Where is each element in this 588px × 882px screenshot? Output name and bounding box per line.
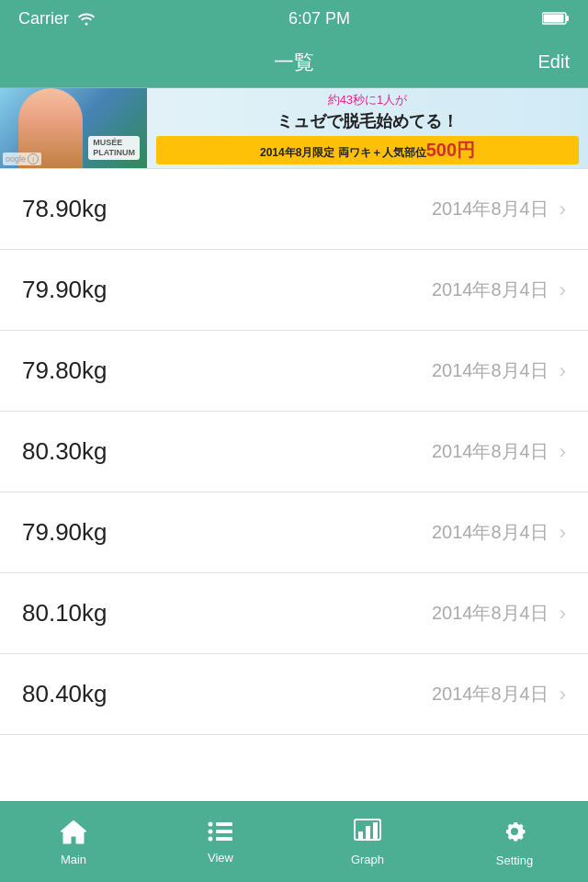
tab-main[interactable]: Main: [0, 802, 147, 882]
chevron-right-icon: ›: [560, 602, 566, 626]
ad-text: 約43秒に1人が ミュゼで脱毛始めてる！ 2014年8月限定 両ワキ＋人気部位5…: [147, 88, 588, 169]
tab-view-label: View: [208, 851, 233, 865]
svg-rect-1: [544, 15, 564, 23]
weight-value: 79.90kg: [22, 518, 107, 547]
tab-setting[interactable]: Setting: [441, 802, 588, 882]
status-bar-time: 6:07 PM: [288, 9, 350, 28]
item-right: 2014年8月4日 ›: [432, 277, 566, 302]
ad-price: 500円: [426, 140, 475, 160]
list-item[interactable]: 80.10kg 2014年8月4日 ›: [0, 573, 588, 654]
date-value: 2014年8月4日: [432, 277, 548, 302]
list-item[interactable]: 78.90kg 2014年8月4日 ›: [0, 169, 588, 250]
list-item[interactable]: 79.90kg 2014年8月4日 ›: [0, 250, 588, 331]
tab-main-label: Main: [61, 853, 86, 866]
house-icon: [59, 819, 88, 849]
status-bar-left: Carrier: [18, 9, 96, 28]
svg-marker-3: [61, 820, 86, 843]
weight-value: 78.90kg: [22, 195, 107, 223]
svg-rect-11: [358, 831, 363, 839]
chevron-right-icon: ›: [560, 359, 566, 383]
bar-chart-icon: [354, 819, 381, 849]
svg-point-14: [511, 828, 518, 835]
item-right: 2014年8月4日 ›: [432, 197, 566, 221]
weight-value: 80.10kg: [22, 599, 107, 628]
chevron-right-icon: ›: [560, 521, 566, 545]
chevron-right-icon: ›: [560, 198, 566, 221]
gear-icon: [501, 818, 528, 850]
svg-point-4: [209, 821, 213, 826]
item-right: 2014年8月4日 ›: [432, 439, 566, 464]
tab-setting-label: Setting: [496, 854, 533, 867]
date-value: 2014年8月4日: [432, 520, 548, 545]
weight-value: 79.80kg: [22, 356, 107, 385]
svg-rect-13: [373, 822, 378, 839]
nav-bar: 一覧 Edit: [0, 37, 588, 88]
tab-graph[interactable]: Graph: [294, 802, 441, 882]
list-item[interactable]: 79.80kg 2014年8月4日 ›: [0, 331, 588, 412]
nav-title: 一覧: [74, 49, 514, 76]
ad-line1: 約43秒に1人が: [156, 92, 579, 108]
google-badge: oogle i: [3, 153, 41, 165]
list-item[interactable]: 79.90kg 2014年8月4日 ›: [0, 492, 588, 573]
wifi-icon: [76, 11, 96, 26]
weight-value: 80.30kg: [22, 437, 107, 466]
status-bar-right: [542, 11, 570, 26]
svg-rect-12: [366, 826, 370, 839]
date-value: 2014年8月4日: [432, 197, 548, 221]
date-value: 2014年8月4日: [432, 682, 548, 707]
status-bar: Carrier 6:07 PM: [0, 0, 588, 37]
item-right: 2014年8月4日 ›: [432, 520, 566, 545]
carrier-label: Carrier: [18, 9, 69, 28]
weight-value: 80.40kg: [22, 680, 107, 708]
weight-value: 79.90kg: [22, 276, 107, 304]
tab-view[interactable]: View: [147, 802, 294, 882]
list-item[interactable]: 80.40kg 2014年8月4日 ›: [0, 654, 588, 735]
tab-bar: Main View: [0, 801, 588, 882]
weight-list: 78.90kg 2014年8月4日 › 79.90kg 2014年8月4日 › …: [0, 169, 588, 801]
date-value: 2014年8月4日: [432, 601, 548, 626]
ad-line3: 2014年8月限定 両ワキ＋人気部位500円: [156, 136, 579, 164]
ad-banner[interactable]: MUSÉE PLATINUM 約43秒に1人が ミュゼで脱毛始めてる！ 2014…: [0, 88, 588, 169]
svg-point-6: [209, 829, 213, 833]
svg-rect-9: [216, 837, 232, 841]
date-value: 2014年8月4日: [432, 439, 548, 464]
battery-icon: [542, 11, 570, 26]
list-icon: [207, 820, 234, 847]
tab-graph-label: Graph: [351, 853, 384, 866]
chevron-right-icon: ›: [560, 440, 566, 464]
app-container: Carrier 6:07 PM 一覧 Edit M: [0, 0, 588, 882]
ad-line2: ミュゼで脱毛始めてる！: [156, 112, 579, 132]
svg-point-8: [209, 836, 213, 841]
item-right: 2014年8月4日 ›: [432, 682, 566, 707]
svg-rect-7: [216, 830, 232, 833]
edit-button[interactable]: Edit: [514, 51, 570, 73]
item-right: 2014年8月4日 ›: [432, 358, 566, 383]
date-value: 2014年8月4日: [432, 358, 548, 383]
list-item[interactable]: 80.30kg 2014年8月4日 ›: [0, 412, 588, 492]
svg-rect-5: [216, 822, 232, 826]
chevron-right-icon: ›: [560, 683, 566, 707]
svg-rect-2: [566, 16, 569, 21]
item-right: 2014年8月4日 ›: [432, 601, 566, 626]
ad-line3-label: 2014年8月限定 両ワキ＋人気部位: [260, 146, 426, 159]
ad-logo: MUSÉE PLATINUM: [88, 136, 140, 160]
chevron-right-icon: ›: [560, 278, 566, 302]
